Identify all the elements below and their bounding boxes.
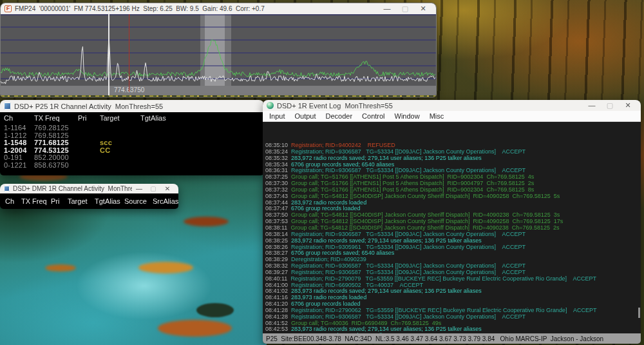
status-text: P25 Site:BEE00.348-3.78 NAC:34D NL:3.5 3… bbox=[266, 335, 603, 342]
spectrum-plot bbox=[1, 14, 436, 86]
minimize-button[interactable]: — bbox=[378, 3, 396, 14]
maximize-button[interactable]: ▢ bbox=[146, 184, 160, 193]
cell-target: CC bbox=[100, 147, 140, 155]
column-header: TX Freq bbox=[21, 197, 51, 205]
column-header: TgtAlias bbox=[140, 113, 264, 124]
lake-leaf-cluster bbox=[158, 320, 232, 337]
cell-target bbox=[100, 124, 140, 132]
cell-tgtalias bbox=[140, 139, 264, 147]
cell-tgtalias bbox=[140, 132, 264, 140]
column-header: Ch bbox=[5, 197, 21, 205]
column-header: Pri bbox=[78, 113, 100, 124]
p25-titlebar[interactable]: DSD+ P25 1R Channel Activity MonThresh=5… bbox=[0, 100, 264, 112]
menu-item-output[interactable]: Output bbox=[294, 112, 316, 120]
cell-tgtalias bbox=[140, 154, 264, 162]
cell-pri bbox=[78, 132, 100, 140]
minimize-button[interactable]: — bbox=[583, 100, 601, 111]
p25-channel-table: ChTX FreqPriTargetTgtAlias 1-1164769.281… bbox=[0, 112, 264, 175]
close-button[interactable]: ✕ bbox=[619, 100, 637, 111]
cell-tgtalias bbox=[140, 162, 264, 170]
waterfall-strip bbox=[1, 95, 436, 97]
cell-pri bbox=[78, 147, 100, 155]
cell-target bbox=[100, 162, 140, 170]
event-log-window: DSD+ 1R Event Log MonThresh=55 — ▢ ✕ Inp… bbox=[263, 100, 641, 344]
p25-window-title: DSD+ P25 1R Channel Activity MonThresh=5… bbox=[14, 103, 163, 110]
menu-item-input[interactable]: Input bbox=[269, 112, 285, 120]
cursor-marker-line bbox=[129, 14, 129, 92]
lake-leaf-cluster bbox=[184, 217, 229, 226]
cell-ch: 0-1221 bbox=[4, 162, 34, 170]
fmp24-title: FMP24 '00000001' FM 774.53125+196 Hz Ste… bbox=[15, 5, 265, 12]
fmp24-titlebar[interactable]: F FMP24 '00000001' FM 774.53125+196 Hz S… bbox=[1, 3, 436, 14]
close-button[interactable]: ✕ bbox=[160, 184, 175, 193]
cell-tgtalias bbox=[140, 147, 264, 155]
cell-freq: 769.28125 bbox=[34, 124, 78, 132]
event-log-title: DSD+ 1R Event Log MonThresh=55 bbox=[277, 102, 393, 110]
maximize-button[interactable]: ▢ bbox=[396, 3, 414, 14]
status-bar: P25 Site:BEE00.348-3.78 NAC:34D NL:3.5 3… bbox=[263, 333, 641, 344]
cell-pri bbox=[78, 139, 100, 147]
column-header: TX Freq bbox=[34, 113, 78, 124]
column-header: TgtAlias bbox=[95, 197, 124, 205]
p25-table-header: ChTX FreqPriTargetTgtAlias bbox=[4, 113, 264, 124]
event-log-menubar: InputOutputDecoderControlWindowMisc bbox=[263, 111, 641, 122]
lake-rock bbox=[196, 303, 234, 317]
dsdplus-globe-icon bbox=[267, 102, 274, 109]
cell-pri bbox=[78, 154, 100, 162]
dmr-window-title: DSD+ DMR 1R Channel Activity MonThresh..… bbox=[13, 185, 132, 192]
p25-channel-activity-window: DSD+ P25 1R Channel Activity MonThresh=5… bbox=[0, 100, 264, 175]
spectrum-display[interactable] bbox=[1, 14, 436, 86]
column-header: SrcAlias bbox=[153, 197, 178, 205]
lake-leaf-cluster bbox=[138, 262, 193, 273]
close-button[interactable]: ✕ bbox=[414, 3, 432, 14]
log-line: 08:42:58 6706 group records saved; 6540 … bbox=[265, 333, 641, 333]
dsdplus-app-icon bbox=[4, 186, 10, 192]
lake-leaf-cluster bbox=[45, 264, 76, 271]
column-header: Ch bbox=[4, 113, 34, 124]
column-header: Target bbox=[68, 197, 95, 205]
cell-target bbox=[100, 154, 140, 162]
menu-item-misc[interactable]: Misc bbox=[430, 112, 444, 120]
menu-item-window[interactable]: Window bbox=[395, 112, 420, 120]
column-header: Source bbox=[124, 197, 153, 205]
frequency-scale[interactable]: 774.63750 bbox=[1, 86, 436, 95]
dmr-titlebar[interactable]: DSD+ DMR 1R Channel Activity MonThresh..… bbox=[0, 184, 178, 193]
dmr-table-header: ChTX FreqPriTargetTgtAliasSourceSrcAlias bbox=[0, 193, 178, 209]
column-header: Target bbox=[100, 113, 140, 124]
event-log-lines: 08:35:10 Registration; RID=9400242 REFUS… bbox=[263, 122, 641, 333]
maximize-button[interactable]: ▢ bbox=[601, 100, 619, 111]
cell-tgtalias bbox=[140, 124, 264, 132]
dmr-channel-activity-window: DSD+ DMR 1R Channel Activity MonThresh..… bbox=[0, 184, 178, 209]
column-header: Pri bbox=[51, 197, 68, 205]
tuning-marker-line bbox=[108, 14, 109, 95]
minimize-button[interactable]: — bbox=[132, 184, 146, 193]
scrollbar-thumb[interactable] bbox=[638, 308, 640, 318]
desktop: F FMP24 '00000001' FM 774.53125+196 Hz S… bbox=[0, 0, 644, 345]
channel-row[interactable]: 0-1221858.63750 bbox=[4, 162, 264, 170]
fmp24-window: F FMP24 '00000001' FM 774.53125+196 Hz S… bbox=[0, 3, 437, 97]
cell-pri bbox=[78, 162, 100, 170]
menu-item-control[interactable]: Control bbox=[362, 112, 384, 120]
event-log-titlebar[interactable]: DSD+ 1R Event Log MonThresh=55 — ▢ ✕ bbox=[263, 100, 641, 111]
cell-freq: 858.63750 bbox=[34, 162, 78, 170]
channel-row[interactable]: 1-1164769.28125 bbox=[4, 124, 264, 132]
cell-ch: 1-1164 bbox=[4, 124, 34, 132]
menu-item-decoder[interactable]: Decoder bbox=[326, 112, 353, 120]
fmp24-app-icon: F bbox=[5, 5, 12, 12]
dsdplus-app-icon bbox=[4, 103, 11, 110]
cell-pri bbox=[78, 124, 100, 132]
